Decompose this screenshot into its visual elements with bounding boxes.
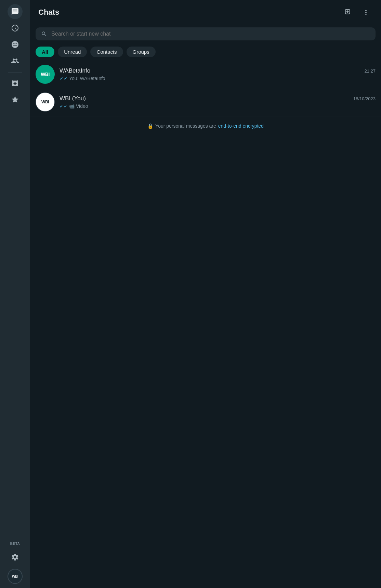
lock-icon: 🔒: [147, 123, 153, 129]
more-options-button[interactable]: [359, 5, 373, 19]
sidebar-divider: [8, 73, 22, 73]
double-check-icon: ✓✓: [60, 76, 68, 81]
sidebar-item-channels[interactable]: [8, 37, 23, 52]
search-input[interactable]: [51, 31, 370, 37]
main-panel: Chats All Unread Contacts Groups: [30, 0, 381, 588]
sidebar-item-archive[interactable]: [8, 76, 23, 91]
filter-tab-groups[interactable]: Groups: [127, 47, 156, 57]
filter-tab-contacts[interactable]: Contacts: [90, 47, 123, 57]
chat-name-2: WBI (You): [60, 95, 86, 102]
chat-info-wbi-you: WBI (You) 18/10/2023 ✓✓ 📹 Video: [60, 95, 376, 109]
chats-header: Chats: [30, 0, 381, 25]
sidebar: BETA WBI: [0, 0, 30, 588]
settings-button[interactable]: [8, 550, 23, 565]
chat-item-wbi-you[interactable]: WBI WBI (You) 18/10/2023 ✓✓ 📹 Video: [30, 88, 381, 116]
chat-list: WBI WABetaInfo 21:27 ✓✓ You: WABetaInfo …: [30, 61, 381, 588]
chat-avatar-wbi-you: WBI: [36, 92, 55, 112]
page-title: Chats: [38, 8, 59, 17]
chat-name-row-2: WBI (You) 18/10/2023: [60, 95, 376, 102]
chat-name: WABetaInfo: [60, 67, 90, 74]
double-check-icon-2: ✓✓: [60, 103, 68, 109]
chat-time: 21:27: [364, 68, 376, 74]
sidebar-item-starred[interactable]: [8, 92, 23, 107]
encryption-link[interactable]: end-to-end encrypted: [218, 123, 264, 129]
video-icon: 📹: [69, 104, 75, 109]
chat-preview: ✓✓ You: WABetaInfo: [60, 76, 376, 81]
chat-item-wabetainfo[interactable]: WBI WABetaInfo 21:27 ✓✓ You: WABetaInfo: [30, 61, 381, 88]
user-avatar[interactable]: WBI: [8, 569, 23, 584]
chat-name-row: WABetaInfo 21:27: [60, 67, 376, 74]
chat-preview-text-2: Video: [76, 103, 88, 109]
header-actions: [341, 5, 373, 19]
sidebar-item-status[interactable]: [8, 21, 23, 36]
encryption-text: Your personal messages are: [155, 123, 216, 129]
chat-preview-text: You: WABetaInfo: [69, 76, 105, 81]
beta-label: BETA: [10, 542, 20, 546]
filter-tab-unread[interactable]: Unread: [58, 47, 87, 57]
encryption-notice: 🔒 Your personal messages are end-to-end …: [30, 116, 381, 136]
filter-tab-all[interactable]: All: [36, 47, 54, 57]
chat-preview-2: ✓✓ 📹 Video: [60, 103, 376, 109]
new-chat-button[interactable]: [341, 5, 355, 19]
filter-tabs: All Unread Contacts Groups: [30, 43, 381, 61]
search-container: [30, 25, 381, 43]
sidebar-item-chats[interactable]: [8, 4, 23, 19]
chat-avatar-wabetainfo: WBI: [36, 65, 55, 84]
chat-time-2: 18/10/2023: [353, 96, 376, 101]
search-icon: [41, 31, 47, 37]
chat-info-wabetainfo: WABetaInfo 21:27 ✓✓ You: WABetaInfo: [60, 67, 376, 81]
sidebar-item-communities[interactable]: [8, 53, 23, 68]
search-bar[interactable]: [36, 27, 376, 40]
